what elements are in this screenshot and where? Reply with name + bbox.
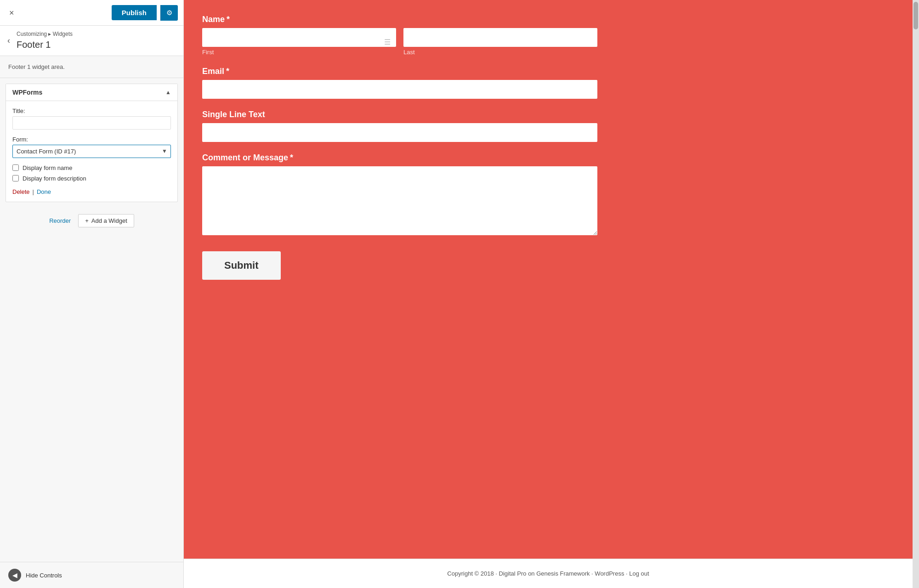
comment-field-label: Comment or Message * <box>202 153 597 163</box>
widget-area-description: Footer 1 widget area. <box>0 56 183 78</box>
form-select-wrapper: Contact Form (ID #17) Simple Contact For… <box>12 145 171 158</box>
preview-outer: Name * ☰ First Last <box>184 0 913 588</box>
submit-button[interactable]: Submit <box>202 251 281 280</box>
checkbox-group: Display form name Display form descripti… <box>12 164 171 182</box>
breadcrumb: Customizing ▸ Widgets <box>17 30 73 38</box>
widget-title: WPForms <box>12 89 42 96</box>
contact-form: Name * ☰ First Last <box>202 15 597 280</box>
email-required-star: * <box>226 67 229 76</box>
sidebar: × Publish ⚙ ‹ Customizing ▸ Widgets Foot… <box>0 0 184 588</box>
publish-button[interactable]: Publish <box>112 5 157 20</box>
name-label-text: Name <box>202 15 225 24</box>
display-form-name-text: Display form name <box>23 164 72 171</box>
done-link[interactable]: Done <box>37 188 51 195</box>
add-widget-button[interactable]: + Add a Widget <box>78 214 134 227</box>
collapse-icon: ▲ <box>165 89 171 96</box>
display-form-name-checkbox[interactable] <box>12 164 19 171</box>
single-line-label: Single Line Text <box>202 110 597 119</box>
sidebar-scroll: Footer 1 widget area. WPForms ▲ Title: F… <box>0 56 183 588</box>
display-form-desc-checkbox[interactable] <box>12 175 19 181</box>
form-label: Form: <box>12 136 171 143</box>
comment-required-star: * <box>290 153 293 163</box>
preview-main: Name * ☰ First Last <box>184 0 919 588</box>
comment-field-group: Comment or Message * <box>202 153 597 237</box>
name-field-group: Name * ☰ First Last <box>202 15 597 56</box>
single-line-label-text: Single Line Text <box>202 110 265 119</box>
form-preview: Name * ☰ First Last <box>184 0 913 559</box>
email-input[interactable] <box>202 80 597 99</box>
gear-icon: ⚙ <box>166 9 172 17</box>
single-line-input-wrapper <box>202 123 597 142</box>
hide-controls-icon: ◀ <box>8 569 21 582</box>
breadcrumb-block: Customizing ▸ Widgets Footer 1 <box>17 30 73 51</box>
first-name-input[interactable] <box>202 28 396 47</box>
delete-link[interactable]: Delete <box>12 188 30 195</box>
widget-body: Title: Form: Contact Form (ID #17) Simpl… <box>6 101 177 202</box>
hide-controls-text: Hide Controls <box>26 572 62 579</box>
footer-copyright: Copyright © 2018 · Digital Pro on Genesi… <box>447 570 649 577</box>
first-name-field: ☰ First <box>202 28 396 56</box>
hide-controls[interactable]: ◀ Hide Controls <box>0 562 183 588</box>
plus-icon: + <box>85 217 89 224</box>
first-name-sublabel: First <box>202 49 396 56</box>
email-field-label: Email * <box>202 67 597 76</box>
title-field-group: Title: <box>12 107 171 130</box>
settings-button[interactable]: ⚙ <box>160 5 178 21</box>
action-separator: | <box>33 188 34 195</box>
scrollbar-thumb[interactable] <box>913 2 918 29</box>
wpforms-widget: WPForms ▲ Title: Form: Contact Form (ID … <box>6 84 178 202</box>
preview-area: Name * ☰ First Last <box>184 0 919 588</box>
comment-label-text: Comment or Message <box>202 153 288 163</box>
add-widget-label: Add a Widget <box>91 217 127 224</box>
name-field-label: Name * <box>202 15 597 24</box>
bottom-actions: Reorder + Add a Widget <box>0 208 183 234</box>
title-input[interactable] <box>12 116 171 130</box>
single-line-input[interactable] <box>202 123 597 142</box>
back-button[interactable]: ‹ <box>4 34 14 47</box>
display-form-desc-text: Display form description <box>23 175 86 182</box>
scrollbar[interactable] <box>913 0 919 588</box>
form-field-group: Form: Contact Form (ID #17) Simple Conta… <box>12 136 171 158</box>
close-button[interactable]: × <box>6 7 18 19</box>
display-form-name-label[interactable]: Display form name <box>12 164 171 171</box>
email-field-group: Email * <box>202 67 597 99</box>
comment-textarea[interactable] <box>202 166 597 235</box>
widget-header[interactable]: WPForms ▲ <box>6 84 177 101</box>
name-required-star: * <box>227 15 230 24</box>
nav-bar: ‹ Customizing ▸ Widgets Footer 1 <box>0 26 183 56</box>
name-field-icon: ☰ <box>384 38 391 46</box>
top-bar: × Publish ⚙ <box>0 0 183 26</box>
single-line-field-group: Single Line Text <box>202 110 597 142</box>
reorder-link[interactable]: Reorder <box>49 217 71 224</box>
last-name-sublabel: Last <box>403 49 597 56</box>
name-input-row: ☰ First Last <box>202 28 597 56</box>
chevron-left-icon: ◀ <box>12 571 17 579</box>
email-input-wrapper <box>202 80 597 99</box>
widget-actions: Delete | Done <box>12 188 171 195</box>
email-label-text: Email <box>202 67 224 76</box>
close-icon: × <box>9 8 14 17</box>
display-form-desc-label[interactable]: Display form description <box>12 175 171 182</box>
last-name-input[interactable] <box>403 28 597 47</box>
preview-footer: Copyright © 2018 · Digital Pro on Genesi… <box>184 559 913 588</box>
back-icon: ‹ <box>7 36 10 45</box>
form-select[interactable]: Contact Form (ID #17) Simple Contact For… <box>12 145 171 158</box>
section-title: Footer 1 <box>17 38 73 51</box>
comment-input-wrapper <box>202 166 597 237</box>
title-label: Title: <box>12 107 171 114</box>
last-name-field: Last <box>403 28 597 56</box>
